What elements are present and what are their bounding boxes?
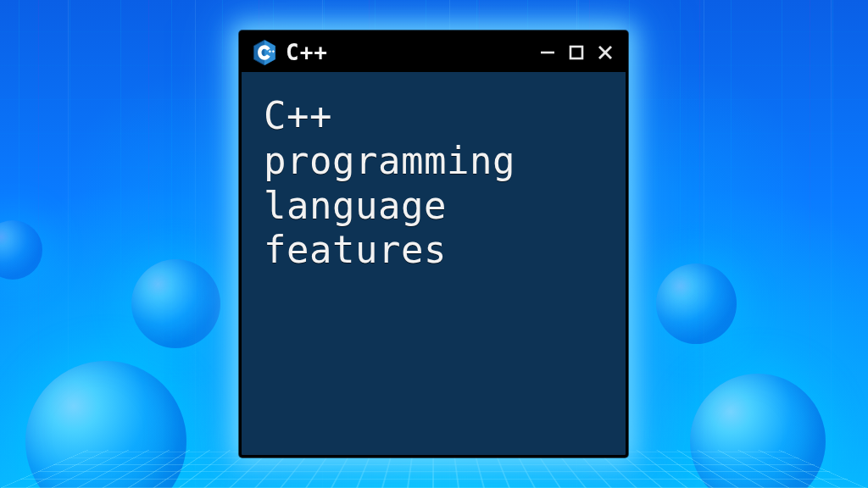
svg-rect-7 <box>570 47 582 58</box>
titlebar[interactable]: C++ <box>242 33 626 72</box>
terminal-body: C++ programming language features <box>242 72 626 455</box>
maximize-button[interactable] <box>566 42 587 63</box>
window-controls <box>537 42 615 63</box>
background-sphere <box>0 220 42 280</box>
cpp-logo-icon <box>252 38 277 67</box>
window-title: C++ <box>286 40 529 65</box>
minimize-button[interactable] <box>537 42 558 63</box>
background-sphere <box>656 263 737 344</box>
background-sphere <box>131 259 220 348</box>
svg-rect-5 <box>273 50 274 53</box>
close-button[interactable] <box>595 42 615 63</box>
terminal-window: C++ C++ programming language features <box>239 30 628 458</box>
svg-rect-3 <box>270 50 270 53</box>
terminal-text: C++ programming language features <box>264 94 604 273</box>
